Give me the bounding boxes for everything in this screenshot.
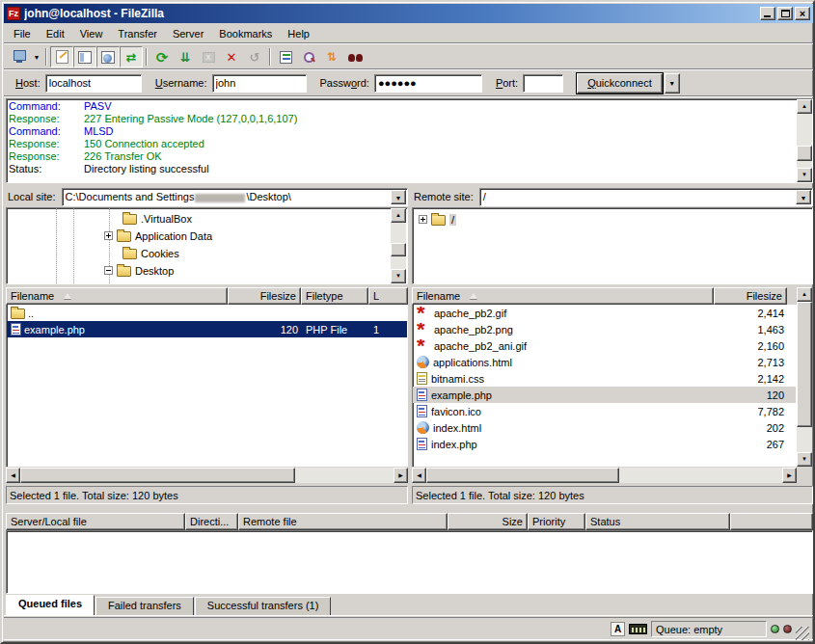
combo-dropdown-icon[interactable]: ▼ (796, 190, 811, 204)
file-row[interactable]: bitnami.css 2,142 (413, 370, 796, 387)
site-manager-icon (13, 50, 26, 64)
password-input[interactable] (374, 74, 482, 93)
maximize-button[interactable] (777, 7, 793, 20)
file-row-example-php[interactable]: example.php 120 PHP File 1 (7, 321, 407, 337)
tree-item-application-data[interactable]: Application Data (104, 228, 212, 244)
remote-vscrollbar[interactable]: ▲ ▼ (797, 287, 812, 467)
local-tree[interactable]: .VirtualBox Application Data Cookies Des… (6, 207, 408, 284)
scroll-up-icon[interactable]: ▲ (797, 99, 812, 114)
combo-dropdown-icon[interactable]: ▼ (391, 190, 406, 204)
column-filesize[interactable]: Filesize (714, 287, 787, 305)
remote-file-list[interactable]: apache_pb2.gif 2,414 apache_pb2.png 1,46… (412, 305, 797, 467)
scroll-right-icon[interactable]: ▶ (782, 468, 797, 483)
column-direction[interactable]: Directi... (185, 513, 238, 530)
column-priority[interactable]: Priority (528, 513, 585, 530)
message-log[interactable]: Command:PASV Response:227 Entering Passi… (6, 98, 813, 183)
scroll-right-icon[interactable]: ▶ (394, 468, 408, 483)
close-button[interactable]: × (795, 7, 810, 20)
minimize-button[interactable] (760, 7, 775, 20)
scroll-thumb[interactable] (797, 146, 812, 161)
tab-failed-transfers[interactable]: Failed transfers (95, 597, 194, 615)
local-hscrollbar[interactable]: ◀ ▶ (6, 468, 408, 483)
scroll-thumb[interactable] (20, 468, 295, 483)
menu-file[interactable]: File (6, 26, 39, 41)
collapse-icon[interactable] (104, 266, 113, 275)
speedlimit-indicator-icon[interactable] (629, 624, 647, 634)
scroll-left-icon[interactable]: ◀ (412, 468, 426, 483)
site-manager-dropdown[interactable]: ▼ (31, 46, 42, 67)
menu-bookmarks[interactable]: Bookmarks (211, 26, 280, 41)
expand-icon[interactable] (104, 231, 113, 240)
scroll-down-icon[interactable]: ▼ (391, 269, 406, 283)
refresh-button[interactable]: ⟳ (150, 46, 174, 67)
tree-item-root[interactable]: / (419, 211, 456, 228)
menu-transfer[interactable]: Transfer (110, 26, 165, 41)
column-filename[interactable]: Filename (412, 287, 714, 305)
resize-grip[interactable] (796, 627, 809, 640)
remote-site-combobox[interactable]: / ▼ (479, 188, 813, 206)
tree-item-desktop[interactable]: Desktop (104, 262, 174, 279)
scroll-left-icon[interactable]: ◀ (6, 468, 20, 483)
toggle-queue-button[interactable]: ⇄ (120, 46, 143, 67)
toggle-local-tree-button[interactable] (73, 46, 96, 67)
local-site-combobox[interactable]: C:\Documents and Settings\Desktop\ ▼ (62, 188, 408, 206)
column-filesize[interactable]: Filesize (228, 287, 301, 305)
toggle-remote-tree-button[interactable] (96, 46, 120, 67)
scroll-down-icon[interactable]: ▼ (797, 452, 812, 467)
column-lastmodified[interactable]: L (368, 287, 408, 305)
local-file-list[interactable]: .. example.php 120 PHP File 1 (6, 305, 408, 467)
tab-queued-files[interactable]: Queued files (6, 595, 95, 615)
title-bar[interactable]: Fz john@localhost - FileZilla × (4, 4, 813, 23)
site-manager-button[interactable] (8, 46, 31, 67)
local-tree-scrollbar[interactable]: ▲ ▼ (391, 208, 406, 283)
file-row-parent[interactable]: .. (7, 305, 407, 321)
scroll-up-icon[interactable]: ▲ (391, 208, 406, 223)
menu-edit[interactable]: Edit (39, 26, 72, 41)
toggle-log-button[interactable] (50, 46, 73, 67)
column-status[interactable]: Status (585, 513, 730, 530)
scroll-down-icon[interactable]: ▼ (797, 168, 812, 182)
menu-help[interactable]: Help (280, 26, 317, 41)
filter-button[interactable] (274, 46, 297, 67)
disconnect-button[interactable]: ✕ (220, 46, 243, 67)
local-status-text: Selected 1 file. Total size: 120 bytes (6, 486, 408, 504)
quickconnect-button[interactable]: Quickconnect (577, 73, 663, 94)
log-scrollbar[interactable]: ▲ ▼ (797, 99, 812, 182)
menu-server[interactable]: Server (165, 26, 211, 41)
file-row[interactable]: index.php 267 (413, 436, 796, 452)
file-row[interactable]: apache_pb2.gif 2,414 (413, 305, 796, 321)
column-filename[interactable]: Filename (6, 287, 228, 305)
synchronized-browsing-button[interactable]: ⇅ (320, 46, 343, 67)
queue-list[interactable] (6, 530, 813, 594)
file-row[interactable]: applications.html 2,713 (413, 354, 796, 370)
column-size[interactable]: Size (448, 513, 528, 530)
column-remote-file[interactable]: Remote file (238, 513, 448, 530)
file-row-selected[interactable]: example.php 120 (413, 387, 796, 403)
file-row[interactable]: apache_pb2_ani.gif 2,160 (413, 337, 796, 354)
remote-hscrollbar[interactable]: ◀ ▶ (412, 468, 797, 483)
menu-view[interactable]: View (72, 26, 111, 41)
datatype-indicator-icon[interactable]: A (611, 622, 625, 636)
scroll-thumb[interactable] (426, 468, 619, 483)
scroll-thumb[interactable] (797, 302, 812, 427)
tree-item-cookies[interactable]: Cookies (122, 245, 179, 261)
file-row[interactable]: favicon.ico 7,782 (413, 403, 796, 419)
tree-item-virtualbox[interactable]: .VirtualBox (122, 210, 192, 227)
quickconnect-dropdown[interactable]: ▼ (665, 73, 680, 94)
directory-comparison-button[interactable] (297, 46, 320, 67)
scroll-thumb[interactable] (391, 243, 406, 256)
host-input[interactable] (45, 74, 142, 93)
port-input[interactable] (523, 74, 563, 93)
remote-tree[interactable]: / (412, 207, 813, 284)
tab-successful-transfers[interactable]: Successful transfers (1) (195, 597, 332, 615)
scroll-up-icon[interactable]: ▲ (797, 287, 812, 302)
column-server-local-file[interactable]: Server/Local file (6, 513, 185, 530)
expand-icon[interactable] (419, 215, 427, 224)
disconnect-icon: ✕ (227, 51, 237, 64)
file-row[interactable]: apache_pb2.png 1,463 (413, 321, 796, 337)
column-filetype[interactable]: Filetype (301, 287, 368, 305)
find-files-button[interactable] (343, 46, 367, 67)
username-input[interactable] (212, 74, 307, 93)
file-row[interactable]: index.html 202 (413, 419, 796, 436)
process-queue-button[interactable]: ⇊ (174, 46, 197, 67)
